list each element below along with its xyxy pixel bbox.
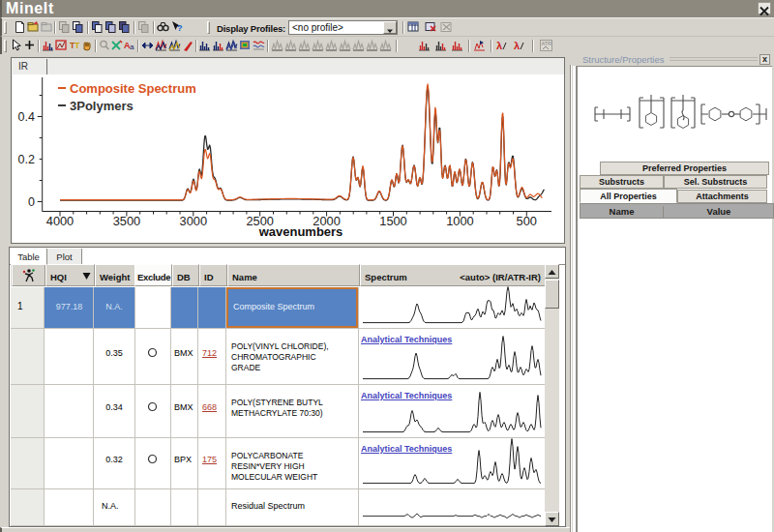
svg-text:ATR: ATR — [542, 41, 552, 46]
svg-text:0: 0 — [28, 195, 35, 209]
svg-text:λ: λ — [496, 40, 502, 51]
svg-text:1500: 1500 — [379, 214, 406, 228]
svg-text:500: 500 — [517, 214, 537, 228]
svg-text:λ: λ — [514, 40, 520, 51]
svg-text:0.4: 0.4 — [18, 110, 35, 124]
svg-text:Composite Spectrum: Composite Spectrum — [70, 81, 196, 96]
svg-text:T: T — [74, 41, 80, 50]
svg-text:?: ? — [177, 23, 183, 33]
svg-text:1000: 1000 — [446, 214, 473, 228]
svg-text:3500: 3500 — [113, 214, 140, 228]
svg-text:4000: 4000 — [46, 214, 74, 228]
svg-text:0.2: 0.2 — [18, 153, 35, 166]
svg-text:a: a — [130, 43, 134, 51]
svg-text:3000: 3000 — [180, 214, 207, 228]
svg-text:wavenumbers: wavenumbers — [258, 224, 343, 239]
svg-text:3Polymers: 3Polymers — [70, 99, 134, 113]
